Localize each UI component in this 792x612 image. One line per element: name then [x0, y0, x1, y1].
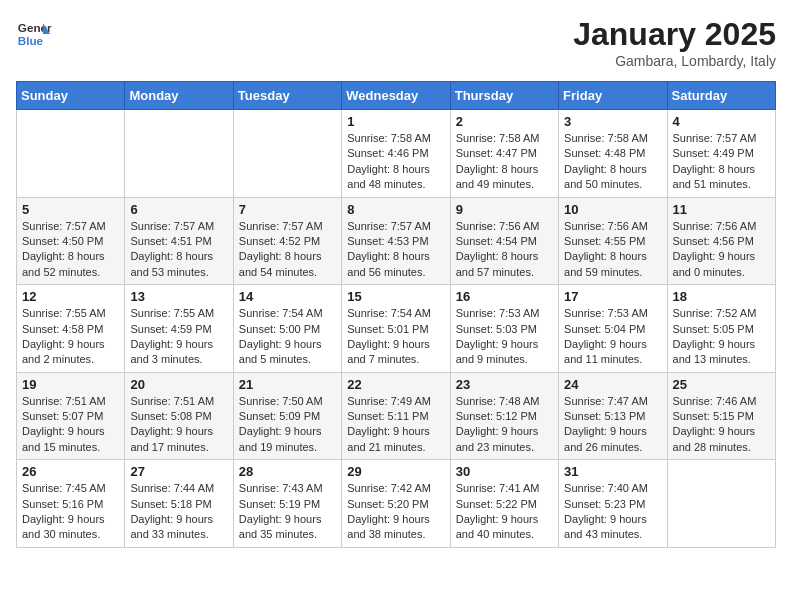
day-number: 31	[564, 464, 661, 479]
calendar-cell: 28Sunrise: 7:43 AMSunset: 5:19 PMDayligh…	[233, 460, 341, 548]
calendar-cell: 23Sunrise: 7:48 AMSunset: 5:12 PMDayligh…	[450, 372, 558, 460]
day-info: Sunrise: 7:57 AMSunset: 4:53 PMDaylight:…	[347, 219, 444, 281]
calendar-cell: 18Sunrise: 7:52 AMSunset: 5:05 PMDayligh…	[667, 285, 775, 373]
calendar-table: SundayMondayTuesdayWednesdayThursdayFrid…	[16, 81, 776, 548]
calendar-cell: 25Sunrise: 7:46 AMSunset: 5:15 PMDayligh…	[667, 372, 775, 460]
day-info: Sunrise: 7:57 AMSunset: 4:51 PMDaylight:…	[130, 219, 227, 281]
calendar-cell: 6Sunrise: 7:57 AMSunset: 4:51 PMDaylight…	[125, 197, 233, 285]
calendar-cell: 20Sunrise: 7:51 AMSunset: 5:08 PMDayligh…	[125, 372, 233, 460]
weekday-header-row: SundayMondayTuesdayWednesdayThursdayFrid…	[17, 82, 776, 110]
calendar-cell: 4Sunrise: 7:57 AMSunset: 4:49 PMDaylight…	[667, 110, 775, 198]
title-area: January 2025 Gambara, Lombardy, Italy	[573, 16, 776, 69]
day-number: 11	[673, 202, 770, 217]
day-info: Sunrise: 7:47 AMSunset: 5:13 PMDaylight:…	[564, 394, 661, 456]
day-number: 14	[239, 289, 336, 304]
day-info: Sunrise: 7:53 AMSunset: 5:03 PMDaylight:…	[456, 306, 553, 368]
week-row-1: 1Sunrise: 7:58 AMSunset: 4:46 PMDaylight…	[17, 110, 776, 198]
day-info: Sunrise: 7:45 AMSunset: 5:16 PMDaylight:…	[22, 481, 119, 543]
calendar-cell	[125, 110, 233, 198]
week-row-3: 12Sunrise: 7:55 AMSunset: 4:58 PMDayligh…	[17, 285, 776, 373]
calendar-cell: 3Sunrise: 7:58 AMSunset: 4:48 PMDaylight…	[559, 110, 667, 198]
day-info: Sunrise: 7:42 AMSunset: 5:20 PMDaylight:…	[347, 481, 444, 543]
day-number: 15	[347, 289, 444, 304]
day-number: 8	[347, 202, 444, 217]
calendar-cell: 14Sunrise: 7:54 AMSunset: 5:00 PMDayligh…	[233, 285, 341, 373]
day-info: Sunrise: 7:57 AMSunset: 4:50 PMDaylight:…	[22, 219, 119, 281]
calendar-cell: 31Sunrise: 7:40 AMSunset: 5:23 PMDayligh…	[559, 460, 667, 548]
day-info: Sunrise: 7:51 AMSunset: 5:07 PMDaylight:…	[22, 394, 119, 456]
calendar-cell: 5Sunrise: 7:57 AMSunset: 4:50 PMDaylight…	[17, 197, 125, 285]
day-number: 22	[347, 377, 444, 392]
day-number: 1	[347, 114, 444, 129]
weekday-header-saturday: Saturday	[667, 82, 775, 110]
logo: General Blue	[16, 16, 54, 52]
day-number: 23	[456, 377, 553, 392]
day-number: 13	[130, 289, 227, 304]
svg-text:Blue: Blue	[18, 34, 44, 47]
calendar-cell: 21Sunrise: 7:50 AMSunset: 5:09 PMDayligh…	[233, 372, 341, 460]
day-info: Sunrise: 7:52 AMSunset: 5:05 PMDaylight:…	[673, 306, 770, 368]
day-info: Sunrise: 7:43 AMSunset: 5:19 PMDaylight:…	[239, 481, 336, 543]
calendar-cell: 24Sunrise: 7:47 AMSunset: 5:13 PMDayligh…	[559, 372, 667, 460]
day-info: Sunrise: 7:57 AMSunset: 4:52 PMDaylight:…	[239, 219, 336, 281]
calendar-cell: 26Sunrise: 7:45 AMSunset: 5:16 PMDayligh…	[17, 460, 125, 548]
day-info: Sunrise: 7:54 AMSunset: 5:01 PMDaylight:…	[347, 306, 444, 368]
day-info: Sunrise: 7:48 AMSunset: 5:12 PMDaylight:…	[456, 394, 553, 456]
calendar-cell	[233, 110, 341, 198]
day-number: 2	[456, 114, 553, 129]
weekday-header-wednesday: Wednesday	[342, 82, 450, 110]
day-number: 19	[22, 377, 119, 392]
logo-icon: General Blue	[16, 16, 52, 52]
calendar-cell: 2Sunrise: 7:58 AMSunset: 4:47 PMDaylight…	[450, 110, 558, 198]
day-info: Sunrise: 7:51 AMSunset: 5:08 PMDaylight:…	[130, 394, 227, 456]
calendar-cell: 27Sunrise: 7:44 AMSunset: 5:18 PMDayligh…	[125, 460, 233, 548]
day-number: 9	[456, 202, 553, 217]
weekday-header-sunday: Sunday	[17, 82, 125, 110]
day-info: Sunrise: 7:40 AMSunset: 5:23 PMDaylight:…	[564, 481, 661, 543]
calendar-cell: 7Sunrise: 7:57 AMSunset: 4:52 PMDaylight…	[233, 197, 341, 285]
location: Gambara, Lombardy, Italy	[573, 53, 776, 69]
calendar-cell: 8Sunrise: 7:57 AMSunset: 4:53 PMDaylight…	[342, 197, 450, 285]
day-number: 5	[22, 202, 119, 217]
day-info: Sunrise: 7:41 AMSunset: 5:22 PMDaylight:…	[456, 481, 553, 543]
calendar-cell: 9Sunrise: 7:56 AMSunset: 4:54 PMDaylight…	[450, 197, 558, 285]
week-row-2: 5Sunrise: 7:57 AMSunset: 4:50 PMDaylight…	[17, 197, 776, 285]
day-number: 16	[456, 289, 553, 304]
weekday-header-thursday: Thursday	[450, 82, 558, 110]
day-number: 3	[564, 114, 661, 129]
calendar-cell: 17Sunrise: 7:53 AMSunset: 5:04 PMDayligh…	[559, 285, 667, 373]
calendar-cell: 13Sunrise: 7:55 AMSunset: 4:59 PMDayligh…	[125, 285, 233, 373]
day-number: 30	[456, 464, 553, 479]
day-info: Sunrise: 7:58 AMSunset: 4:47 PMDaylight:…	[456, 131, 553, 193]
day-info: Sunrise: 7:56 AMSunset: 4:56 PMDaylight:…	[673, 219, 770, 281]
day-number: 25	[673, 377, 770, 392]
calendar-cell: 30Sunrise: 7:41 AMSunset: 5:22 PMDayligh…	[450, 460, 558, 548]
day-info: Sunrise: 7:49 AMSunset: 5:11 PMDaylight:…	[347, 394, 444, 456]
day-number: 10	[564, 202, 661, 217]
day-info: Sunrise: 7:55 AMSunset: 4:58 PMDaylight:…	[22, 306, 119, 368]
day-info: Sunrise: 7:50 AMSunset: 5:09 PMDaylight:…	[239, 394, 336, 456]
day-info: Sunrise: 7:54 AMSunset: 5:00 PMDaylight:…	[239, 306, 336, 368]
day-number: 28	[239, 464, 336, 479]
page-header: General Blue January 2025 Gambara, Lomba…	[16, 16, 776, 69]
day-number: 24	[564, 377, 661, 392]
day-info: Sunrise: 7:56 AMSunset: 4:54 PMDaylight:…	[456, 219, 553, 281]
calendar-cell: 12Sunrise: 7:55 AMSunset: 4:58 PMDayligh…	[17, 285, 125, 373]
day-number: 18	[673, 289, 770, 304]
calendar-cell: 16Sunrise: 7:53 AMSunset: 5:03 PMDayligh…	[450, 285, 558, 373]
weekday-header-tuesday: Tuesday	[233, 82, 341, 110]
calendar-cell: 29Sunrise: 7:42 AMSunset: 5:20 PMDayligh…	[342, 460, 450, 548]
month-title: January 2025	[573, 16, 776, 53]
day-number: 29	[347, 464, 444, 479]
day-info: Sunrise: 7:55 AMSunset: 4:59 PMDaylight:…	[130, 306, 227, 368]
calendar-cell: 1Sunrise: 7:58 AMSunset: 4:46 PMDaylight…	[342, 110, 450, 198]
day-number: 4	[673, 114, 770, 129]
calendar-cell	[667, 460, 775, 548]
day-number: 21	[239, 377, 336, 392]
calendar-cell: 10Sunrise: 7:56 AMSunset: 4:55 PMDayligh…	[559, 197, 667, 285]
day-info: Sunrise: 7:56 AMSunset: 4:55 PMDaylight:…	[564, 219, 661, 281]
day-number: 6	[130, 202, 227, 217]
calendar-cell	[17, 110, 125, 198]
day-number: 20	[130, 377, 227, 392]
day-info: Sunrise: 7:53 AMSunset: 5:04 PMDaylight:…	[564, 306, 661, 368]
